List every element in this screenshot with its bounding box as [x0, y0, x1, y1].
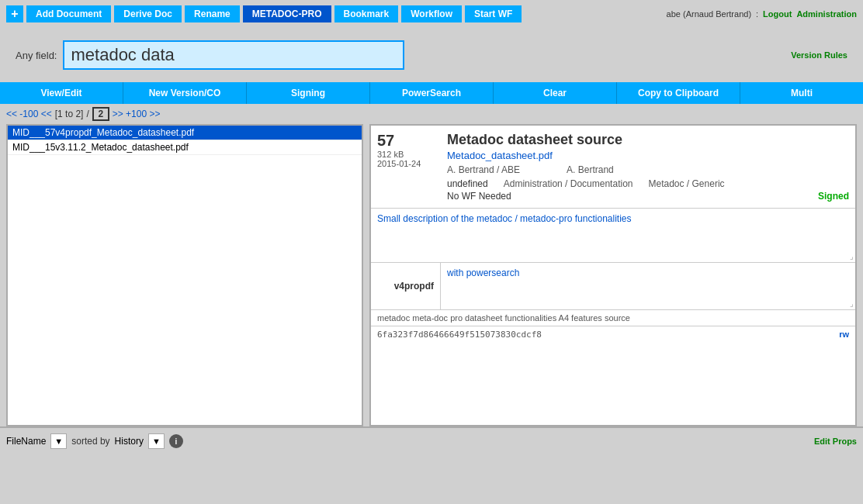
username-label: abe (Arnaud Bertrand)	[667, 9, 751, 19]
doc-title: Metadoc datasheet source	[447, 132, 849, 148]
derive-doc-button[interactable]: Derive Doc	[114, 5, 182, 22]
page-separator: /	[86, 109, 88, 119]
page-range: [1 to 2]	[55, 109, 84, 119]
doc-meta-row: undefined Administration / Documentation…	[447, 178, 849, 189]
version-label: v4propdf	[371, 263, 441, 309]
user-info-area: abe (Arnaud Bertrand) : Logout Administr…	[667, 9, 857, 19]
history-dropdown[interactable]: ▼	[148, 433, 165, 449]
version-content: with powersearch ⌟	[441, 263, 855, 309]
edit-props-link[interactable]: Edit Props	[814, 437, 857, 446]
toolbar-left: + Add Document Derive Doc Rename METADOC…	[6, 5, 522, 22]
new-version-button[interactable]: New Version/CO	[123, 82, 247, 104]
next-page-link[interactable]: >> +100 >>	[113, 109, 161, 119]
category1-sub: Documentation	[570, 178, 633, 189]
description-text: Small description of the metadoc / metad…	[377, 213, 849, 224]
prev-page-link[interactable]: << -100 <<	[6, 109, 52, 119]
signed-status: Signed	[818, 191, 849, 202]
doc-filename[interactable]: Metadoc_datasheet.pdf	[447, 150, 849, 161]
bottom-bar: FileName ▼ sorted by History ▼ i Edit Pr…	[0, 426, 863, 454]
detail-header: 57 312 kB 2015-01-24 Metadoc datasheet s…	[371, 126, 855, 209]
pagination: << -100 << [1 to 2] / 2 >> +100 >>	[0, 104, 863, 124]
category2-label: Metadoc	[648, 178, 684, 189]
doc-info: Metadoc datasheet source Metadoc_datashe…	[447, 132, 849, 202]
category1-sep: /	[565, 178, 570, 189]
powersearch-button[interactable]: PowerSearch	[370, 82, 494, 104]
description-section: Small description of the metadoc / metad…	[371, 209, 855, 263]
start-wf-button[interactable]: Start WF	[465, 5, 522, 22]
doc-category1: Administration / Documentation	[504, 178, 633, 189]
doc-date: 2015-01-24	[377, 159, 447, 168]
plus-button[interactable]: +	[6, 5, 23, 22]
wf-status: No WF Needed	[447, 191, 511, 202]
bottom-left: FileName ▼ sorted by History ▼ i	[6, 433, 183, 449]
signing-button[interactable]: Signing	[247, 82, 370, 104]
current-page: 2	[92, 107, 109, 121]
multi-button[interactable]: Multi	[740, 82, 863, 104]
version-text: with powersearch	[447, 268, 849, 278]
rw-label: rw	[839, 330, 849, 340]
action-bar: View/Edit New Version/CO Signing PowerSe…	[0, 82, 863, 104]
filename-label: FileName	[6, 436, 46, 447]
doc-authors: A. Bertrand / ABE A. Bertrand	[447, 164, 849, 175]
search-label: Any field:	[16, 50, 57, 61]
copy-to-clipboard-button[interactable]: Copy to Clipboard	[617, 82, 740, 104]
hash-row: 6fa323f7d86466649f515073830cdcf8 rw	[371, 326, 855, 343]
top-bar: + Add Document Derive Doc Rename METADOC…	[0, 0, 863, 28]
file-list[interactable]: MID___57v4propdf_Metadoc_datasheet.pdf M…	[8, 126, 362, 425]
category2-sub: Generic	[692, 178, 725, 189]
doc-size: 312 kB	[377, 150, 447, 159]
metadoc-pro-button[interactable]: METADOC-PRO	[243, 5, 331, 22]
keywords-row: metadoc meta-doc pro datasheet functiona…	[371, 310, 855, 326]
workflow-button[interactable]: Workflow	[401, 5, 462, 22]
history-label: History	[115, 436, 144, 447]
search-left: Any field:	[16, 40, 404, 70]
rename-button[interactable]: Rename	[185, 5, 240, 22]
resize-handle: ⌟	[850, 252, 854, 261]
version-resize-handle: ⌟	[850, 299, 854, 308]
author2: A. Bertrand	[567, 164, 614, 175]
search-area: Any field: Version Rules	[0, 28, 863, 82]
doc-status: undefined	[447, 178, 488, 189]
doc-wf-row: No WF Needed Signed	[447, 191, 849, 202]
file-list-container: MID___57v4propdf_Metadoc_datasheet.pdf M…	[6, 124, 363, 426]
doc-category2: Metadoc / Generic	[648, 178, 724, 189]
author1: A. Bertrand / ABE	[447, 164, 520, 175]
logout-link[interactable]: Logout	[763, 9, 792, 19]
category2-sep: /	[687, 178, 692, 189]
separator: :	[756, 9, 758, 19]
search-input[interactable]	[63, 40, 404, 70]
view-edit-button[interactable]: View/Edit	[0, 82, 123, 104]
filename-dropdown[interactable]: ▼	[50, 433, 67, 449]
info-icon[interactable]: i	[169, 434, 183, 448]
file-item[interactable]: MID___15v3.11.2_Metadoc_datasheet.pdf	[8, 140, 362, 155]
detail-panel: 57 312 kB 2015-01-24 Metadoc datasheet s…	[369, 124, 857, 426]
version-section: v4propdf with powersearch ⌟	[371, 263, 855, 310]
category1-label: Administration	[504, 178, 563, 189]
clear-button[interactable]: Clear	[494, 82, 617, 104]
file-item[interactable]: MID___57v4propdf_Metadoc_datasheet.pdf	[8, 126, 362, 140]
sorted-by-label: sorted by	[71, 436, 109, 447]
main-content: MID___57v4propdf_Metadoc_datasheet.pdf M…	[0, 124, 863, 426]
hash-value: 6fa323f7d86466649f515073830cdcf8	[377, 330, 542, 340]
doc-id: 57	[377, 132, 447, 150]
bookmark-button[interactable]: Bookmark	[334, 5, 399, 22]
add-document-button[interactable]: Add Document	[26, 5, 111, 22]
doc-meta: 57 312 kB 2015-01-24	[377, 132, 447, 168]
administration-link[interactable]: Administration	[796, 9, 857, 19]
version-rules-link[interactable]: Version Rules	[791, 50, 847, 60]
